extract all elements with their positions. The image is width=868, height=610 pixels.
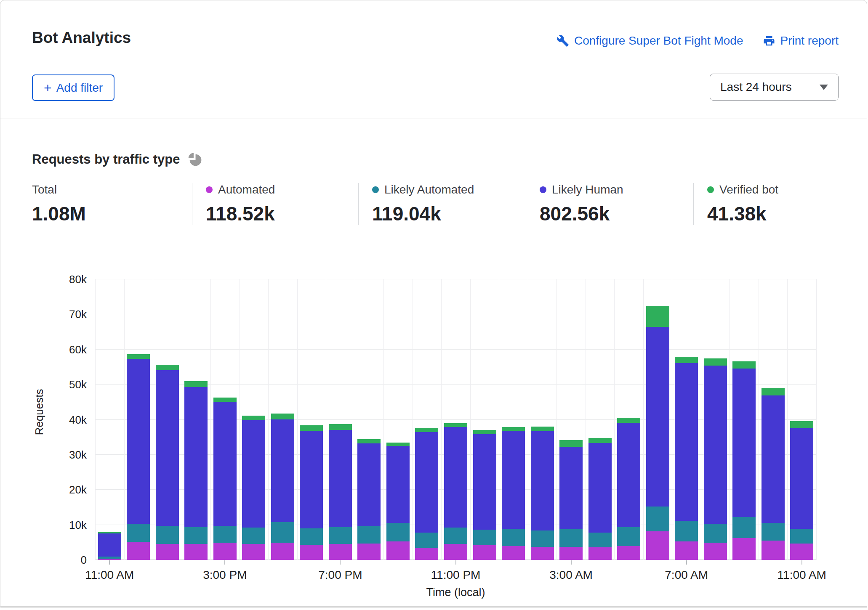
segment-likely-automated — [761, 523, 785, 541]
segment-likely-human — [473, 434, 496, 530]
stat-likely-human-label: Likely Human — [552, 183, 623, 196]
segment-likely-automated — [300, 528, 323, 545]
gridline-v — [413, 279, 413, 560]
bar-13-1200am[interactable] — [473, 279, 496, 560]
bar-2-100pm[interactable] — [156, 279, 179, 560]
stat-likely-human[interactable]: Likely Human 802.56k — [526, 183, 693, 225]
bottom-divider — [0, 607, 867, 607]
segment-likely-human — [98, 533, 121, 557]
y-axis-title: Requests — [33, 370, 46, 454]
configure-super-bot-fight-mode-link[interactable]: Configure Super Bot Fight Mode — [556, 34, 743, 48]
print-report-link[interactable]: Print report — [763, 34, 839, 48]
y-tick-label: 70k — [47, 308, 87, 321]
segment-verified-bot — [761, 388, 785, 395]
segment-automated — [156, 544, 179, 560]
gridline-v — [672, 279, 672, 560]
bar-7-600pm[interactable] — [300, 279, 323, 560]
bar-11-1000pm[interactable] — [415, 279, 438, 560]
bar-14-100am[interactable] — [502, 279, 525, 560]
segment-likely-automated — [675, 521, 698, 541]
segment-likely-human — [415, 432, 438, 533]
page-title: Bot Analytics — [32, 29, 131, 47]
segment-likely-human — [531, 431, 554, 530]
gridline-v — [556, 279, 557, 560]
bar-6-500pm[interactable] — [271, 279, 294, 560]
x-tick-label: 11:00 AM — [63, 568, 156, 582]
bar-24-1100am[interactable] — [790, 279, 813, 560]
segment-automated — [790, 544, 813, 560]
bar-16-300am[interactable] — [559, 279, 583, 560]
gridline-v — [326, 279, 326, 560]
gridline-v — [816, 279, 817, 560]
stat-automated[interactable]: Automated 118.52k — [192, 183, 358, 225]
segment-likely-automated — [473, 530, 496, 545]
stat-likely-automated-value: 119.04k — [372, 202, 526, 225]
segment-automated — [444, 544, 467, 560]
segment-likely-human — [127, 359, 150, 524]
segment-automated — [559, 547, 583, 560]
segment-verified-bot — [98, 532, 121, 533]
y-tick-label: 0 — [47, 554, 87, 567]
segment-verified-bot — [531, 427, 554, 431]
gridline-v — [383, 279, 384, 560]
segment-likely-automated — [444, 528, 467, 544]
x-tick-mark — [224, 560, 225, 565]
stat-likely-automated[interactable]: Likely Automated 119.04k — [358, 183, 526, 225]
bar-20-700am[interactable] — [675, 279, 698, 560]
segment-verified-bot — [559, 440, 583, 447]
bar-19-600am[interactable] — [646, 279, 669, 560]
gridline-v — [297, 279, 298, 560]
time-range-select[interactable]: Last 24 hours — [710, 74, 839, 101]
segment-likely-automated — [184, 527, 208, 544]
segment-verified-bot — [127, 354, 150, 359]
x-tick-mark — [340, 560, 341, 565]
segment-likely-human — [646, 327, 669, 507]
bar-10-900pm[interactable] — [386, 279, 410, 560]
bar-1-1200pm[interactable] — [127, 279, 150, 560]
segment-verified-bot — [704, 358, 727, 366]
segment-verified-bot — [242, 416, 265, 421]
x-tick-label: 3:00 AM — [525, 568, 618, 582]
bar-18-500am[interactable] — [617, 279, 640, 560]
bar-12-1100pm[interactable] — [444, 279, 467, 560]
bar-9-800pm[interactable] — [357, 279, 381, 560]
segment-verified-bot — [675, 357, 698, 363]
bar-0-1100am[interactable] — [98, 279, 121, 560]
bar-15-200am[interactable] — [531, 279, 554, 560]
stat-likely-automated-label: Likely Automated — [384, 183, 474, 196]
bot-analytics-card: Bot Analytics Configure Super Bot Fight … — [0, 0, 867, 607]
segment-likely-human — [357, 443, 381, 526]
segment-verified-bot — [444, 423, 467, 427]
segment-likely-human — [704, 366, 727, 524]
segment-likely-automated — [559, 529, 583, 547]
bar-23-1000am[interactable] — [761, 279, 785, 560]
stat-automated-label: Automated — [218, 183, 275, 196]
segment-verified-bot — [732, 361, 756, 369]
bar-17-400am[interactable] — [588, 279, 612, 560]
gridline-v — [441, 279, 442, 560]
segment-likely-human — [386, 446, 410, 523]
bar-5-400pm[interactable] — [242, 279, 265, 560]
bar-22-900am[interactable] — [732, 279, 756, 560]
print-link-label: Print report — [780, 34, 839, 48]
bar-21-800am[interactable] — [704, 279, 727, 560]
y-tick-label: 30k — [47, 448, 87, 461]
bar-4-300pm[interactable] — [213, 279, 237, 560]
segment-likely-human — [790, 428, 813, 529]
bar-8-700pm[interactable] — [329, 279, 352, 560]
x-axis-title: Time (local) — [95, 586, 816, 599]
segment-likely-human — [271, 419, 294, 522]
add-filter-button[interactable]: + Add filter — [32, 74, 114, 101]
stat-verified-bot[interactable]: Verified bot 41.38k — [693, 183, 838, 225]
bar-3-200pm[interactable] — [184, 279, 208, 560]
gridline-v — [499, 279, 499, 560]
x-tick-label: 7:00 PM — [294, 568, 386, 582]
segment-verified-bot — [271, 414, 294, 419]
segment-likely-automated — [156, 526, 179, 544]
segment-likely-automated — [127, 524, 150, 542]
segment-likely-human — [761, 395, 785, 523]
traffic-type-stats: Total 1.08M Automated 118.52k Likely Aut… — [32, 183, 838, 225]
segment-verified-bot — [617, 418, 640, 423]
segment-automated — [357, 544, 381, 560]
gridline-v — [528, 279, 528, 560]
